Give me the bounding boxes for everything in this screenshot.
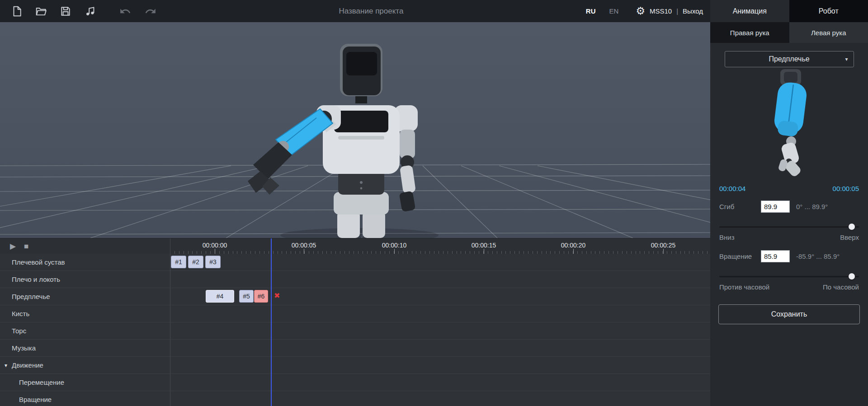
track-label: Кисть (0, 305, 170, 322)
logout-button[interactable]: Выход (683, 7, 703, 15)
keyframe-chip[interactable]: #3 (205, 256, 221, 268)
viewport-scene (0, 22, 710, 238)
track-row: Вращение (0, 391, 710, 406)
robot-figure (248, 44, 439, 238)
track-label: ▾Движение (0, 357, 170, 373)
track-label: Предплечье (0, 288, 170, 305)
keyframe-chip[interactable]: #6 (254, 290, 268, 303)
timeline-tracks: Плечевой сустав#1#2#3Плечо и локотьПредп… (0, 254, 710, 406)
tab-animation[interactable]: Анимация (710, 0, 789, 22)
track-name: Музыка (12, 344, 36, 352)
bend-range-label: 0° ... 89.9° (796, 203, 828, 210)
joint-preview-image (744, 69, 835, 182)
rotation-slider-thumb[interactable] (849, 273, 855, 280)
ruler-time-label: 00:00:00 (203, 242, 227, 249)
save-button[interactable]: Сохранить (718, 304, 860, 324)
file-toolbar (0, 5, 96, 17)
username-label: MSS10 (650, 7, 672, 15)
topbar-separator: | (676, 7, 678, 15)
keyframe-chip[interactable]: #4 (206, 290, 234, 303)
track-label: Плечевой сустав (0, 254, 170, 271)
keyframe-time-start: 00:00:04 (719, 185, 745, 192)
track-row: ▾Движение (0, 357, 710, 374)
ruler-ticks (170, 251, 710, 254)
playhead[interactable] (271, 238, 272, 406)
keyframe-chip[interactable]: #1 (171, 256, 186, 268)
bend-value-input[interactable] (761, 201, 790, 213)
keyframe-time-end: 00:00:05 (833, 185, 859, 192)
joint-select-value: Предплечье (769, 55, 809, 63)
rotation-slider[interactable] (719, 273, 859, 280)
track-label: Вращение (0, 391, 170, 406)
chevron-down-icon: ▾ (845, 56, 848, 62)
track-label-separator (170, 238, 170, 406)
track-row: Предплечье#4#5#6✖ (0, 288, 710, 305)
ruler-time-label: 00:00:05 (292, 242, 316, 249)
music-icon[interactable] (84, 5, 96, 17)
track-name: Кисть (12, 310, 29, 317)
redo-icon[interactable] (145, 5, 156, 17)
expand-arrow-icon[interactable]: ▾ (5, 362, 7, 369)
rotation-max-label: По часовой (823, 283, 859, 291)
lang-ru-button[interactable]: RU (586, 7, 596, 15)
ruler-time-label: 00:00:10 (382, 242, 407, 249)
rotation-slider-track (719, 276, 859, 277)
panel-tabs: Анимация Робот (710, 0, 868, 22)
track-row: Кисть (0, 305, 710, 322)
track-name: Торс (12, 327, 26, 335)
track-row: Музыка (0, 340, 710, 357)
subtab-right-arm[interactable]: Правая рука (710, 22, 789, 43)
ruler-major-tick (394, 249, 395, 254)
rotation-label: Вращение (719, 252, 761, 260)
ruler-major-tick (573, 249, 574, 254)
viewport-3d[interactable] (0, 22, 710, 238)
track-row: Торс (0, 322, 710, 340)
joint-preview (710, 69, 868, 182)
ruler-major-tick (304, 249, 304, 254)
keyframe-chip[interactable]: #2 (188, 256, 203, 268)
left-column: RU EN ⚙ MSS10 | Выход (0, 0, 710, 406)
rotation-param-row: Вращение -85.9° ... 85.9° (710, 247, 868, 266)
settings-gear-icon[interactable]: ⚙ (636, 6, 645, 16)
right-panel: Анимация Робот Правая рука Левая рука Пр… (710, 0, 868, 406)
history-toolbar (119, 5, 156, 17)
play-button[interactable]: ▶ (10, 243, 16, 250)
arm-subtabs: Правая рука Левая рука (710, 22, 868, 43)
keyframe-time-row: 00:00:04 00:00:05 (710, 182, 868, 197)
bend-label: Сгиб (719, 203, 761, 210)
save-icon[interactable] (60, 5, 71, 17)
delete-keyframe-icon[interactable]: ✖ (274, 292, 280, 299)
subtab-left-arm[interactable]: Левая рука (789, 22, 868, 43)
track-name: Перемещение (19, 378, 64, 386)
stop-button[interactable]: ■ (24, 243, 28, 250)
track-name: Движение (12, 361, 43, 369)
timeline-ruler[interactable]: 00:00:0000:00:0500:00:1000:00:1500:00:20… (170, 238, 710, 254)
topbar-right: RU EN ⚙ MSS10 | Выход (586, 6, 710, 16)
ruler-major-tick (215, 249, 215, 254)
open-folder-icon[interactable] (35, 5, 47, 17)
track-label: Музыка (0, 340, 170, 356)
bend-slider-thumb[interactable] (849, 224, 855, 230)
timeline-controls: ▶ ■ (0, 238, 170, 254)
new-file-icon[interactable] (11, 5, 23, 17)
project-title-input[interactable] (294, 7, 448, 16)
keyframe-chip[interactable]: #5 (239, 290, 254, 303)
bend-min-label: Вниз (719, 233, 735, 241)
rotation-value-input[interactable] (761, 250, 790, 262)
ruler-time-label: 00:00:20 (561, 242, 586, 249)
lang-en-button[interactable]: EN (609, 7, 619, 15)
track-name: Вращение (19, 396, 52, 403)
track-name: Предплечье (12, 293, 50, 300)
ruler-time-label: 00:00:25 (651, 242, 676, 249)
track-label: Торс (0, 322, 170, 339)
bend-max-label: Вверх (840, 233, 859, 241)
track-label: Плечо и локоть (0, 271, 170, 288)
undo-icon[interactable] (119, 5, 131, 17)
topbar: RU EN ⚙ MSS10 | Выход (0, 0, 710, 22)
track-name: Плечевой сустав (12, 258, 65, 266)
joint-select-dropdown[interactable]: Предплечье ▾ (725, 51, 854, 67)
bend-slider[interactable] (719, 224, 859, 230)
tab-robot[interactable]: Робот (789, 0, 868, 22)
bend-minmax-row: Вниз Вверх (710, 232, 868, 247)
track-name: Плечо и локоть (12, 275, 60, 283)
